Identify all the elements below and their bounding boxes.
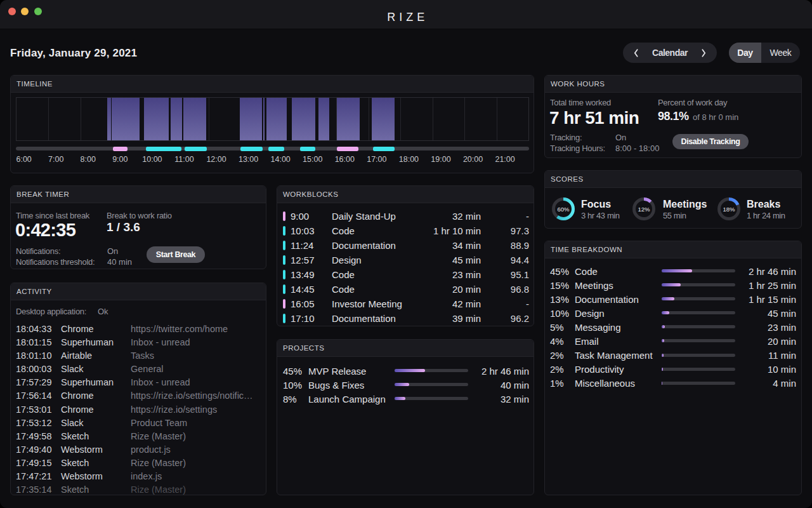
chevron-left-icon[interactable] — [634, 49, 638, 57]
score-donut-breaks: 18% — [717, 197, 740, 220]
timeline-hour-label: 19:00 — [431, 155, 450, 164]
start-break-button[interactable]: Start Break — [147, 246, 205, 263]
time-breakdown-panel-title: TIME BREAKDOWN — [545, 241, 801, 258]
workblock-row: 9:00Daily Stand-Up32 min- — [277, 209, 534, 224]
break-timer-panel: BREAK TIMER Time since last break 0:42:3… — [10, 185, 266, 269]
project-bar-fill — [395, 397, 405, 400]
timeline-activity-block — [171, 98, 182, 140]
tab-day[interactable]: Day — [729, 43, 761, 63]
breakdown-duration: 11 min — [726, 350, 796, 361]
activity-app: Chrome — [61, 324, 94, 334]
tracking-hours-value: 8:00 - 18:00 — [615, 144, 659, 153]
timeline-activity-block — [337, 98, 360, 140]
calendar-button[interactable]: Calendar — [652, 48, 688, 58]
breakdown-bar-track — [662, 382, 735, 385]
timeline-activity-block — [263, 98, 265, 140]
breakdown-row: 45%Code2 hr 46 min — [545, 264, 801, 278]
timeline-activity-block — [266, 98, 287, 140]
activity-detail: Product Team — [131, 418, 263, 428]
timeline-activity-block — [292, 98, 315, 140]
activity-detail: Rize (Master) — [131, 458, 263, 468]
timeline-chart — [16, 97, 529, 141]
breakdown-bar-track — [662, 354, 735, 357]
workblock-duration: 45 min — [404, 255, 481, 265]
project-percent: 10% — [283, 380, 302, 391]
workblock-time: 9:00 — [291, 211, 309, 222]
breakdown-name: Task Management — [575, 350, 653, 361]
activity-app: Webstorm — [61, 444, 103, 455]
activity-app: Airtable — [61, 351, 92, 361]
percent-of: of 8 hr 0 min — [693, 112, 738, 122]
workblock-duration: 42 min — [404, 298, 481, 309]
workblock-time: 13:49 — [291, 269, 315, 280]
timeline-focus-segment — [185, 147, 207, 151]
activity-time: 17:57:29 — [16, 377, 51, 387]
project-name: MVP Release — [308, 366, 366, 377]
project-duration: 32 min — [459, 394, 529, 404]
project-bar-fill — [395, 369, 425, 372]
workblock-row: 14:45Code20 min96.8 — [277, 282, 534, 297]
score-label: Breaks — [747, 199, 780, 210]
breakdown-row: 13%Documentation1 hr 15 min — [545, 292, 801, 306]
breakdown-duration: 4 min — [726, 378, 796, 389]
timeline-gridline — [400, 98, 401, 140]
breakdown-row: 1%Miscellaneous4 min — [545, 377, 801, 391]
workblock-score: 94.4 — [491, 255, 529, 265]
workblock-time: 11:24 — [291, 240, 313, 251]
timeline-activity-block — [318, 98, 329, 140]
activity-row: 17:57:29SuperhumanInbox - unread — [11, 377, 266, 391]
score-percent: 12% — [632, 197, 655, 220]
chevron-right-icon[interactable] — [702, 49, 706, 57]
breakdown-percent: 45% — [550, 266, 569, 277]
total-time-value: 7 hr 51 min — [549, 108, 639, 128]
timeline-hour-label: 13:00 — [239, 155, 258, 164]
timeline-hour-label: 14:00 — [271, 155, 291, 164]
activity-detail: index.js — [131, 471, 263, 481]
timeline-gridline — [464, 98, 465, 140]
workblock-row: 13:49Code23 min95.1 — [277, 267, 534, 282]
activity-app: Chrome — [61, 404, 94, 415]
disable-tracking-button[interactable]: Disable Tracking — [672, 134, 749, 149]
timeline-focus-segment — [240, 147, 263, 151]
breakdown-duration: 1 hr 25 min — [726, 280, 796, 291]
timeline-focus-segment — [300, 147, 315, 151]
activity-app: Superhuman — [61, 337, 114, 347]
activity-row: 18:01:15SuperhumanInbox - unread — [11, 337, 266, 351]
scores-panel: SCORES 60%Focus3 hr 43 min12%Meetings55 … — [544, 170, 802, 229]
time-breakdown-list: 45%Code2 hr 46 min15%Meetings1 hr 25 min… — [545, 264, 801, 391]
activity-row: 17:53:01Chromehttps://rize.io/settings — [11, 404, 266, 418]
activity-app: Chrome — [61, 391, 94, 401]
activity-detail: Rize (Master) — [131, 431, 263, 441]
breakdown-duration: 2 hr 46 min — [726, 266, 796, 277]
timeline-hour-label: 17:00 — [367, 155, 386, 164]
timeline-meeting-segment — [337, 147, 358, 151]
tab-week[interactable]: Week — [761, 43, 800, 63]
score-label: Focus — [581, 199, 611, 210]
breakdown-bar-track — [662, 311, 735, 314]
breakdown-bar-fill — [662, 283, 681, 286]
activity-time: 17:49:15 — [16, 458, 51, 468]
workblock-row: 10:03Code1 hr 10 min97.3 — [277, 224, 534, 238]
workblock-type-tick — [283, 270, 285, 279]
activity-app: Sketch — [61, 431, 89, 441]
workblock-task: Design — [332, 255, 362, 265]
breakdown-duration: 23 min — [726, 322, 796, 333]
activity-detail: Inbox - unread — [131, 377, 263, 387]
titlebar: R I Z E — [0, 0, 812, 29]
time-breakdown-panel: TIME BREAKDOWN 45%Code2 hr 46 min15%Meet… — [544, 241, 802, 495]
breakdown-row: 2%Productivity10 min — [545, 363, 801, 377]
activity-time: 17:53:01 — [16, 404, 51, 415]
activity-row: 17:49:15SketchRize (Master) — [11, 458, 266, 471]
app-title: R I Z E — [0, 3, 812, 32]
activity-row: 17:56:14Chromehttps://rize.io/settings/n… — [11, 391, 266, 404]
breakdown-bar-fill — [662, 368, 663, 371]
activity-time: 17:56:14 — [16, 391, 51, 401]
workblocks-panel: WORKBLOCKS 9:00Daily Stand-Up32 min-10:0… — [277, 185, 534, 326]
breakdown-row: 5%Messaging23 min — [545, 320, 801, 334]
timeline-gridline — [209, 98, 209, 140]
timeline-hour-label: 6:00 — [16, 155, 31, 164]
score-percent: 18% — [717, 197, 740, 220]
workblock-row: 16:05Investor Meeting42 min- — [277, 297, 534, 311]
breakdown-name: Meetings — [575, 280, 613, 291]
breakdown-name: Design — [575, 308, 605, 319]
